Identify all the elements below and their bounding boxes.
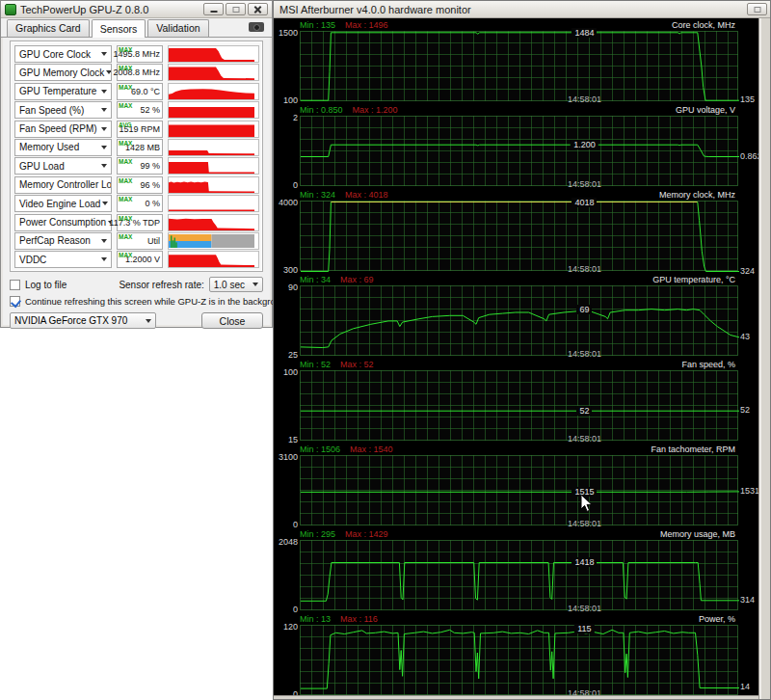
maximize-button[interactable]	[226, 3, 246, 15]
sensor-value: MAX0 %	[117, 195, 163, 212]
camera-icon[interactable]	[249, 22, 264, 32]
afterburner-window: MSI Afterburner v4.0.0 hardware monitor …	[273, 0, 771, 700]
sensor-row: Power ConsumptionMAX117.3 % TDP	[14, 214, 259, 231]
sensor-label: GPU Core Clock	[19, 49, 99, 60]
min-stat: Min : 135	[300, 20, 335, 30]
sensor-label: Video Engine Load	[19, 199, 100, 209]
sensor-select-memory-used[interactable]: Memory Used	[14, 139, 112, 156]
graph-header: Min : 324Max : 4018Memory clock, MHz	[277, 188, 758, 201]
sensor-row: VDDCMAX1.2000 V	[14, 251, 259, 268]
sensor-select-gpu-load[interactable]: GPU Load	[14, 157, 112, 175]
graph-title: Power, %	[699, 614, 735, 624]
sensor-value: MAX1428 MB	[117, 139, 163, 156]
right-edge-value: 43	[740, 332, 750, 341]
sensor-stat-badge: MAX	[119, 84, 132, 91]
hardware-monitor-graphs: Min : 135Max : 1496Core clock, MHz150010…	[277, 18, 758, 695]
sensor-label: Fan Speed (RPM)	[19, 123, 99, 134]
right-edge-value: 14	[740, 682, 750, 691]
sensor-select-perfcap-reason[interactable]: PerfCap Reason	[14, 232, 112, 250]
gpu-select[interactable]: NVIDIA GeForce GTX 970	[10, 312, 156, 329]
chevron-down-icon	[101, 127, 107, 131]
sensor-panel: GPU Core ClockMAX1495.8 MHzGPU Memory Cl…	[10, 40, 263, 272]
sensor-value: MAX1.2000 V	[117, 251, 163, 268]
graph-plot: 11514:58:01	[300, 625, 738, 695]
max-stat: Max : 1540	[350, 444, 393, 454]
min-stat: Min : 295	[300, 529, 335, 539]
sensor-row: GPU Core ClockMAX1495.8 MHz	[14, 45, 259, 63]
sensor-stat-badge: MAX	[119, 140, 132, 147]
graph-section-gpu-voltage-v: Min : 0.850Max : 1.200GPU voltage, V201.…	[277, 103, 758, 188]
min-stat: Min : 34	[300, 275, 331, 284]
sensor-stat-badge: MAX	[119, 158, 132, 165]
sensor-select-gpu-memory-clock[interactable]: GPU Memory Clock	[14, 64, 112, 81]
tab-graphics-card[interactable]: Graphics Card	[7, 19, 90, 37]
chevron-down-icon	[101, 164, 107, 168]
sensor-label: VDDC	[19, 255, 99, 265]
graph-plot: 151514:58:01	[300, 455, 738, 525]
afterburner-titlebar[interactable]: MSI Afterburner v4.0.0 hardware monitor	[274, 1, 770, 18]
close-button[interactable]: Close	[201, 312, 263, 329]
max-stat: Max : 4018	[345, 190, 388, 200]
continue-refreshing-label: Continue refreshing this screen while GP…	[25, 296, 291, 307]
axis-top-label: 1500	[277, 28, 298, 38]
sensor-select-gpu-temperature[interactable]: GPU Temperature	[14, 83, 112, 100]
right-edge-value: 0.862	[740, 151, 758, 161]
sensor-value: MAXUtil	[117, 232, 163, 250]
sensor-row: GPU TemperatureMAX69.0 °C	[14, 83, 259, 100]
chevron-down-icon	[101, 108, 107, 112]
sensor-select-gpu-core-clock[interactable]: GPU Core Clock	[14, 45, 112, 63]
close-window-button[interactable]	[248, 3, 268, 15]
tab-sensors[interactable]: Sensors	[92, 19, 146, 38]
log-to-file-checkbox[interactable]	[10, 280, 20, 290]
chevron-down-icon	[106, 70, 112, 74]
graph-header: Min : 135Max : 1496Core clock, MHz	[277, 18, 758, 31]
sensor-row: Fan Speed (%)MAX52 %	[14, 101, 259, 119]
current-value-label: 1.200	[571, 140, 598, 149]
gpuz-title: TechPowerUp GPU-Z 0.8.0	[20, 4, 203, 15]
sensor-value-text: 99 %	[140, 161, 160, 171]
tab-validation[interactable]: Validation	[147, 19, 208, 37]
axis-top-label: 3100	[277, 452, 298, 462]
min-stat: Min : 324	[300, 190, 335, 200]
gpuz-bottombar: NVIDIA GeForce GTX 970 Close	[10, 312, 263, 329]
sensor-value-text: Util	[147, 236, 160, 246]
graph-title: Memory usage, MB	[660, 529, 735, 539]
sensor-value-text: 96 %	[140, 180, 160, 190]
sensor-select-vddc[interactable]: VDDC	[14, 251, 112, 268]
window-bottom-border	[274, 695, 758, 699]
chevron-down-icon	[101, 52, 107, 56]
sensor-value: AVG1519 RPM	[117, 121, 163, 138]
sensor-select-fan-speed-rpm-[interactable]: Fan Speed (RPM)	[14, 121, 112, 138]
graph-plot: 1.20014:58:01	[300, 116, 738, 186]
sensor-value-text: 117.3 % TDP	[109, 218, 160, 228]
sensor-select-fan-speed-[interactable]: Fan Speed (%)	[14, 101, 112, 119]
gpuz-tabstrip: Graphics CardSensorsValidation	[1, 18, 272, 38]
min-stat: Min : 13	[300, 614, 331, 624]
gpuz-titlebar[interactable]: TechPowerUp GPU-Z 0.8.0	[1, 1, 272, 18]
axis-top-label: 2048	[277, 537, 298, 547]
graph-section-gpu-temperature-c: Min : 34Max : 69GPU temperature, °C90256…	[277, 273, 758, 358]
continue-refreshing-checkbox[interactable]	[10, 296, 20, 307]
graph-section-power-: Min : 13Max : 116Power, %120011514:58:01…	[277, 612, 758, 695]
current-value-label: 52	[576, 406, 592, 416]
restore-button[interactable]	[747, 3, 767, 15]
sensor-sparkline	[168, 214, 259, 231]
sensor-value: MAX1495.8 MHz	[117, 45, 163, 63]
sensor-stat-badge: MAX	[119, 102, 132, 109]
minimize-button[interactable]	[203, 3, 224, 15]
sensor-select-power-consumption[interactable]: Power Consumption	[14, 214, 112, 231]
sensor-sparkline	[168, 176, 259, 194]
mouse-cursor	[580, 494, 594, 513]
sensor-sparkline	[168, 121, 259, 138]
sensor-select-video-engine-load[interactable]: Video Engine Load	[14, 195, 112, 212]
sensor-sparkline	[168, 195, 259, 212]
graph-title: Memory clock, MHz	[659, 190, 735, 200]
sensor-value: MAX117.3 % TDP	[117, 214, 163, 231]
sensor-value: MAX96 %	[117, 176, 163, 194]
refresh-rate-select[interactable]: 1.0 sec	[209, 277, 263, 292]
graph-plot: 141814:58:01	[300, 540, 738, 610]
sensor-sparkline	[168, 157, 259, 175]
sensor-stat-badge: MAX	[119, 65, 132, 71]
sensor-select-memory-controller-load[interactable]: Memory Controller Load	[14, 176, 112, 194]
sensor-stat-badge: MAX	[119, 215, 132, 222]
